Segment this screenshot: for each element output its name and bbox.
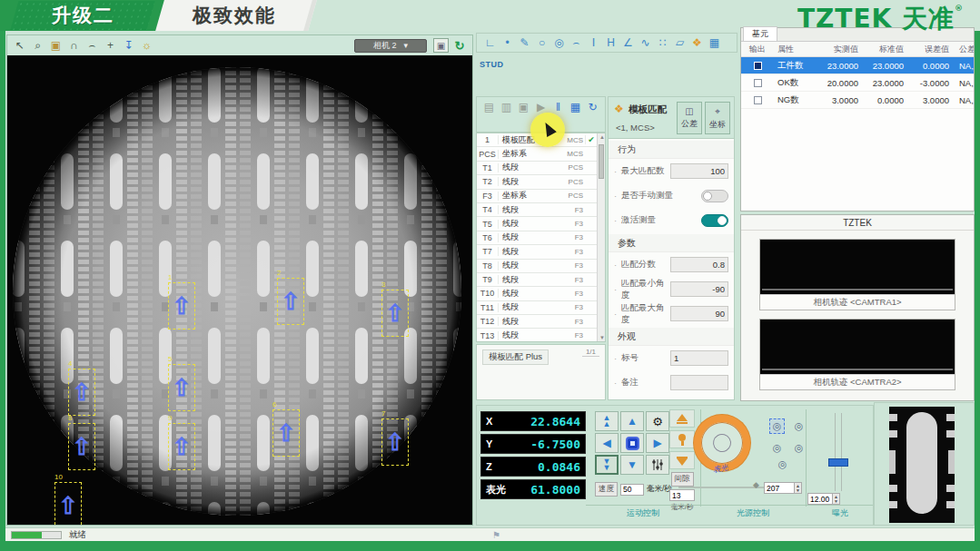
jog-fast-down-button[interactable]: ▼▼ [595,455,619,475]
angle-icon[interactable]: ∠ [621,36,635,49]
ring-light-3-icon[interactable]: ◎ [769,440,785,456]
jog-tune-button[interactable] [646,455,669,475]
step-row[interactable]: T10线段F3 [477,287,597,300]
result-row[interactable]: NG数3.00000.00003.0000NA, NA [741,92,974,109]
ellipse-icon[interactable]: ◎ [552,36,566,49]
ring-light-5-icon[interactable]: ◎ [775,457,790,472]
open-icon[interactable]: ▤ [483,101,495,113]
step-row[interactable]: T11线段F3 [477,301,597,315]
exposure-section-label: 曝光 [806,507,875,519]
pen-icon[interactable]: ✎ [518,36,531,49]
steps-scrollbar[interactable]: ▲ ▼ [597,133,605,341]
crosshair-icon[interactable]: + [103,39,118,52]
light-slider[interactable] [678,487,775,488]
gap-input[interactable] [669,489,695,501]
camera-image[interactable]: 1⇧2⇧3⇧4⇧5⇧6⇧7⇧8⇧9⇧10⇧ [7,55,472,525]
save-icon[interactable]: ▣ [518,101,530,113]
stage-down-button[interactable] [669,451,695,469]
exposure-slider-track[interactable] [835,413,842,491]
jog-up-button[interactable]: ▲ [620,411,644,431]
refresh-camera-button[interactable]: ↻ [451,39,468,53]
calc-icon[interactable]: ▦ [708,36,721,49]
copy-icon[interactable]: ▥ [500,101,512,113]
width-icon[interactable]: Η [604,36,618,49]
run-icon[interactable]: ▶ [535,101,547,113]
footer-tab[interactable]: 模板匹配 Plus [482,349,549,365]
speed-button[interactable]: 速度 [595,482,618,497]
step-row[interactable]: T1线段PCS [477,162,597,175]
scroll-up-icon[interactable]: ▲ [599,134,605,140]
zoom-icon[interactable]: ⌕ [30,39,45,52]
scrollbar-thumb[interactable] [599,144,604,179]
circle-icon[interactable]: ○ [535,36,549,49]
scatter-icon[interactable]: ∷ [656,36,669,49]
param-input-min-angle[interactable] [670,281,728,297]
exposure-slider-handle[interactable] [828,458,848,467]
checkbox[interactable] [754,79,762,87]
light-slider-handle[interactable]: ◆ [753,480,759,489]
jog-down-button[interactable]: ▼ [620,455,644,475]
step-row[interactable]: T12线段F3 [477,315,597,329]
joystick-button[interactable] [669,430,695,448]
result-row[interactable]: OK数20.000023.0000-3.0000NA, NA [741,74,974,92]
jog-settings-button[interactable]: ⚙ [646,411,669,431]
point-icon[interactable]: • [500,36,514,49]
tolerance-button[interactable]: ◫公差 [677,102,702,134]
param-input-max-match[interactable] [670,163,728,179]
param-input-tag[interactable] [670,350,728,366]
result-row[interactable]: 工件数23.000023.00000.0000NA, NA [741,57,974,74]
step-row[interactable]: T13线段F3 [477,329,597,341]
step-row[interactable]: PCS坐标系MCS [477,147,597,161]
eraser-icon[interactable]: ▱ [673,36,687,49]
distance-icon[interactable]: Ⅰ [587,36,600,49]
exposure-input[interactable] [807,493,833,505]
plumb-icon[interactable]: ↧ [121,39,136,52]
param-input-match-score[interactable] [670,257,728,272]
step-row[interactable]: T2线段PCS [477,175,597,189]
step-row[interactable]: F3坐标系PCS [477,190,597,203]
stepper-icons[interactable]: ▲▼ [833,493,840,505]
grid-icon[interactable]: ▦ [569,101,581,113]
arc-icon[interactable]: ⌢ [569,36,583,49]
checkbox[interactable] [754,62,762,70]
spline-icon[interactable]: ∿ [638,36,652,49]
template-icon[interactable]: ❖ [690,36,704,49]
step-row[interactable]: T6线段F3 [477,231,597,245]
param-input-max-angle[interactable] [670,306,728,321]
stepper-icons[interactable]: ▲▼ [795,482,802,494]
step-row[interactable]: T7线段F3 [477,245,597,259]
step-row[interactable]: T5线段F3 [477,217,597,231]
step-row[interactable]: T8线段F3 [477,260,597,273]
checkbox[interactable] [754,96,762,104]
coord-button[interactable]: ⌖坐标 [705,102,730,134]
step-row[interactable]: T9线段F3 [477,273,597,287]
axis-icon[interactable]: ∟ [483,36,497,49]
speed-input[interactable] [620,484,644,496]
ring-light-1-icon[interactable]: ◎ [769,418,785,434]
toggle-manual-measure[interactable] [701,190,728,202]
jog-stop-button[interactable] [620,433,644,453]
jog-right-button[interactable]: ▶ [646,433,669,453]
clock-icon[interactable]: ↻ [587,101,599,113]
up-arrow-icon: ⇧ [72,379,92,407]
camera-select-dropdown[interactable]: 相机 2 ▾ [354,39,427,53]
pause-icon[interactable]: ‖ [552,101,564,113]
gap-button[interactable]: 间隙 [671,472,694,487]
toggle-active-measure[interactable] [701,214,728,227]
step-row[interactable]: T4线段F3 [477,203,597,217]
jog-fast-up-button[interactable]: ▲▲ [595,411,619,431]
light-value-input[interactable] [764,482,795,494]
ring-light-2-icon[interactable]: ◎ [791,418,807,434]
snapshot-button[interactable]: ▣ [433,38,449,53]
ring-light-4-icon[interactable]: ◎ [791,440,807,456]
cursor-icon[interactable]: ↖ [12,39,27,52]
stage-up-button[interactable] [669,409,695,428]
jog-left-button[interactable]: ◀ [595,433,619,453]
lamp-icon[interactable]: ☼ [139,39,154,52]
arc-icon[interactable]: ⌢ [84,39,100,52]
scroll-down-icon[interactable]: ▼ [599,335,605,340]
fit-curve-icon[interactable]: ∩ [66,39,82,52]
image-icon[interactable]: ▣ [48,39,64,52]
tab-primitives[interactable]: 基元 [743,26,777,41]
param-input-note[interactable] [670,375,728,390]
